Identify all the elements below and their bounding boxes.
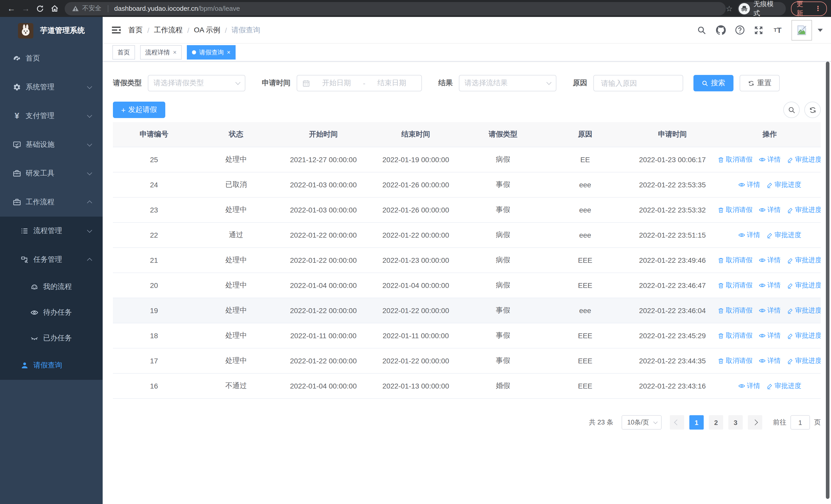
avatar-caret-icon[interactable] [818, 28, 823, 32]
cancel-leave-link[interactable]: 取消请假 [719, 306, 752, 315]
sidebar-item-my-process[interactable]: 我的流程 [0, 274, 103, 300]
leave-type-select[interactable]: 请选择请假类型 [148, 75, 245, 91]
tag-home[interactable]: 首页 [112, 45, 135, 60]
cell-actions: 取消请假 详情 审批进度 [719, 205, 821, 214]
help-button[interactable] [735, 25, 745, 35]
avatar[interactable] [792, 20, 812, 40]
page-size-select[interactable]: 10条/页 [622, 415, 662, 429]
chevron-down-icon [653, 420, 658, 424]
cancel-leave-link[interactable]: 取消请假 [719, 256, 752, 265]
close-icon[interactable]: × [173, 49, 177, 56]
page-content: 请假类型 请选择请假类型 申请时间 开始日期 [103, 62, 831, 504]
refresh-table-button[interactable] [804, 101, 821, 118]
cell-status: 通过 [195, 231, 277, 240]
approval-progress-link[interactable]: 审批进度 [766, 381, 801, 391]
cancel-leave-link[interactable]: 取消请假 [719, 356, 752, 365]
search-icon [701, 80, 708, 87]
sidebar-item-system[interactable]: 系统管理 [0, 73, 103, 101]
detail-link[interactable]: 详情 [758, 281, 781, 290]
goto-page-input[interactable] [791, 415, 810, 429]
detail-link[interactable]: 详情 [738, 180, 760, 189]
cell-actions: 详情 审批进度 [719, 231, 821, 240]
detail-link[interactable]: 详情 [758, 256, 781, 265]
browser-back-button[interactable]: ← [4, 1, 19, 16]
sidebar-item-devtools[interactable]: 研发工具 [0, 159, 103, 188]
sidebar-item-payment[interactable]: ¥ 支付管理 [0, 101, 103, 130]
search-button[interactable]: 搜索 [693, 75, 734, 91]
approval-progress-link[interactable]: 审批进度 [787, 281, 821, 290]
approval-progress-link[interactable]: 审批进度 [787, 256, 821, 265]
page-scrollbar[interactable] [826, 62, 829, 499]
close-icon[interactable]: × [227, 49, 230, 56]
cell-leave-type: 婚假 [462, 381, 544, 391]
search-button[interactable] [696, 25, 707, 35]
cell-status: 处理中 [195, 205, 277, 214]
approval-progress-link[interactable]: 审批进度 [766, 231, 801, 240]
toolbox-icon [13, 169, 21, 178]
bookmark-star-icon[interactable]: ☆ [726, 4, 733, 13]
detail-link[interactable]: 详情 [758, 205, 781, 214]
create-leave-button[interactable]: + 发起请假 [113, 101, 165, 118]
app-root: ← → 不安全 dashboard.yudao.iocoder.cn/bpm/o… [0, 0, 831, 504]
page-button-2[interactable]: 2 [709, 415, 723, 429]
sidebar-item-done-tasks[interactable]: 已办任务 [0, 325, 103, 351]
workflow-submenu: 流程管理 任务管理 我的流程 [0, 216, 103, 380]
cell-id: 18 [113, 331, 195, 340]
font-size-button[interactable]: TT [773, 25, 783, 35]
page-button-1[interactable]: 1 [689, 415, 704, 429]
cell-status: 处理中 [195, 256, 277, 265]
breadcrumb-home[interactable]: 首页 [128, 25, 143, 35]
detail-link[interactable]: 详情 [758, 331, 781, 340]
update-button[interactable]: 更新 [797, 0, 809, 18]
reset-button[interactable]: 重置 [740, 75, 780, 91]
github-icon [716, 25, 725, 35]
detail-link[interactable]: 详情 [738, 381, 760, 391]
security-chip[interactable]: 不安全 [72, 4, 102, 13]
cancel-leave-link[interactable]: 取消请假 [719, 155, 752, 164]
detail-link[interactable]: 详情 [758, 155, 781, 164]
sidebar-item-leave-query[interactable]: 请假查询 [0, 351, 103, 380]
show-search-toggle-button[interactable] [783, 101, 800, 118]
sidebar-item-process-management[interactable]: 流程管理 [0, 216, 103, 245]
next-page-button[interactable] [748, 415, 762, 429]
approval-progress-link[interactable]: 审批进度 [787, 155, 821, 164]
cancel-leave-link[interactable]: 取消请假 [719, 205, 752, 214]
sidebar-fold-button[interactable] [108, 22, 124, 38]
sidebar-item-workflow[interactable]: 工作流程 [0, 188, 103, 216]
detail-link[interactable]: 详情 [758, 356, 781, 365]
breadcrumb-oa-example[interactable]: OA 示例 [194, 25, 221, 35]
eye-icon [758, 357, 766, 364]
approval-progress-link[interactable]: 审批进度 [787, 306, 821, 315]
sidebar-item-home[interactable]: 首页 [0, 44, 103, 73]
prev-page-button[interactable] [670, 415, 684, 429]
address-bar[interactable]: 不安全 dashboard.yudao.iocoder.cn/bpm/oa/le… [65, 2, 726, 15]
approval-progress-link[interactable]: 审批进度 [787, 205, 821, 214]
tag-leave-query[interactable]: 请假查询 × [187, 45, 236, 60]
approval-progress-link[interactable]: 审批进度 [787, 356, 821, 365]
sidebar-item-todo-tasks[interactable]: 待办任务 [0, 300, 103, 325]
detail-link[interactable]: 详情 [738, 231, 760, 240]
reason-label: 原因 [573, 79, 587, 88]
approval-progress-link[interactable]: 审批进度 [766, 180, 801, 189]
fullscreen-button[interactable] [753, 25, 764, 35]
page-button-3[interactable]: 3 [728, 415, 743, 429]
cancel-leave-link[interactable]: 取消请假 [719, 331, 752, 340]
result-select[interactable]: 请选择流结果 [459, 75, 556, 91]
sidebar-item-infrastructure[interactable]: 基础设施 [0, 130, 103, 159]
browser-home-button[interactable] [47, 1, 62, 16]
cancel-leave-link[interactable]: 取消请假 [719, 281, 752, 290]
reason-input[interactable] [600, 79, 677, 88]
eye-icon [758, 257, 766, 264]
browser-refresh-button[interactable] [33, 1, 47, 16]
browser-menu-button[interactable]: ⋮ [814, 5, 821, 12]
approval-progress-link[interactable]: 审批进度 [787, 331, 821, 340]
apply-time-range-picker[interactable]: 开始日期 - 结束日期 [297, 75, 422, 91]
detail-link[interactable]: 详情 [758, 306, 781, 315]
tag-process-detail[interactable]: 流程详情 × [140, 45, 182, 60]
breadcrumb-separator: / [188, 26, 190, 34]
page-size-label: 10条/页 [627, 418, 651, 427]
github-button[interactable] [716, 25, 726, 35]
breadcrumb-workflow[interactable]: 工作流程 [154, 25, 183, 35]
browser-forward-button[interactable]: → [19, 1, 33, 16]
sidebar-item-task-management[interactable]: 任务管理 [0, 245, 103, 274]
